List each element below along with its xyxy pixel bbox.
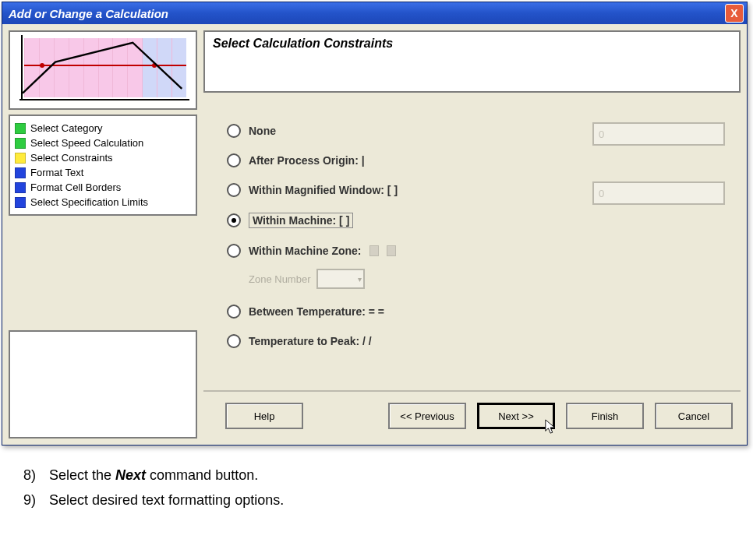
step-label: Format Cell Borders	[30, 181, 121, 193]
left-column: Select Category Select Speed Calculation…	[9, 30, 197, 438]
constraints-panel: None After Process Origin: | Within Magn…	[203, 97, 741, 386]
zone-box-icon	[387, 245, 396, 256]
window-title: Add or Change a Calculation	[9, 7, 168, 20]
close-button[interactable]: X	[725, 4, 744, 23]
preview-chart	[9, 30, 197, 110]
svg-marker-0	[546, 420, 555, 433]
field2-input[interactable]: 0	[592, 181, 725, 205]
previous-button[interactable]: << Previous	[388, 403, 466, 429]
titlebar: Add or Change a Calculation X	[2, 2, 747, 24]
panel-header: Select Calculation Constraints	[203, 30, 741, 93]
step-status-icon	[15, 167, 26, 178]
button-row: Help << Previous Next >> Finish Cancel	[203, 390, 741, 438]
radio-label: Temperature to Peak: / /	[249, 335, 372, 347]
step-select-category[interactable]: Select Category	[15, 121, 191, 136]
step-label: Select Constraints	[30, 152, 113, 164]
finish-button[interactable]: Finish	[566, 403, 644, 429]
zone-box-icon	[369, 245, 379, 256]
field1-input[interactable]: 0	[592, 122, 725, 146]
dialog-window: Add or Change a Calculation X	[2, 2, 748, 446]
field1-label	[592, 107, 725, 119]
step-status-icon	[15, 182, 26, 193]
zone-number-combo[interactable]: ▾	[316, 269, 365, 289]
radio-label: Within Machine Zone:	[249, 245, 362, 257]
cursor-icon	[544, 418, 558, 435]
radio-icon	[227, 153, 241, 167]
radio-icon	[227, 244, 241, 258]
field2-label	[592, 166, 725, 178]
radio-icon	[227, 213, 241, 227]
step-status-icon	[15, 197, 26, 208]
radio-icon	[227, 124, 241, 138]
radio-label: Within Magnified Window: [ ]	[249, 184, 398, 196]
step-label: Select Speed Calculation	[30, 137, 143, 149]
description-box	[9, 330, 197, 438]
radio-between-temperature[interactable]: Between Temperature: = =	[227, 297, 728, 326]
cancel-button[interactable]: Cancel	[655, 403, 733, 429]
instruction-9: 9) Select desired text formatting option…	[23, 488, 737, 512]
close-icon: X	[730, 7, 737, 19]
chart-line-icon	[23, 38, 186, 97]
parameter-fields: 0 0	[592, 107, 725, 225]
instruction-text: 8) Select the Next command button. 9) Se…	[0, 447, 753, 521]
radio-icon	[227, 305, 241, 319]
zone-number-row: Zone Number ▾	[249, 266, 728, 297]
radio-label: None	[249, 125, 276, 137]
radio-icon	[227, 334, 241, 348]
step-select-specification-limits[interactable]: Select Specification Limits	[15, 195, 191, 210]
zone-number-label: Zone Number	[249, 273, 310, 285]
step-label: Select Specification Limits	[30, 196, 148, 208]
step-select-constraints[interactable]: Select Constraints	[15, 150, 191, 165]
window-body: Select Category Select Speed Calculation…	[2, 24, 747, 445]
help-button[interactable]: Help	[225, 403, 303, 429]
step-status-icon	[15, 138, 26, 149]
step-status-icon	[15, 153, 26, 164]
step-format-text[interactable]: Format Text	[15, 165, 191, 180]
step-label: Format Text	[30, 167, 83, 178]
step-label: Select Category	[30, 122, 103, 134]
right-column: Select Calculation Constraints None Afte…	[203, 30, 741, 438]
radio-icon	[227, 183, 241, 197]
radio-label: Within Machine: [ ]	[249, 213, 353, 228]
wizard-steps: Select Category Select Speed Calculation…	[9, 114, 197, 216]
radio-within-machine-zone[interactable]: Within Machine Zone:	[227, 236, 728, 266]
step-select-speed-calculation[interactable]: Select Speed Calculation	[15, 136, 191, 150]
step-status-icon	[15, 123, 26, 134]
next-button[interactable]: Next >>	[477, 403, 555, 429]
radio-label: After Process Origin: |	[249, 154, 365, 167]
radio-label: Between Temperature: = =	[249, 305, 384, 318]
radio-temperature-to-peak[interactable]: Temperature to Peak: / /	[227, 326, 728, 356]
panel-title: Select Calculation Constraints	[213, 37, 731, 51]
step-format-cell-borders[interactable]: Format Cell Borders	[15, 180, 191, 195]
chevron-down-icon: ▾	[358, 275, 362, 284]
instruction-8: 8) Select the Next command button.	[23, 463, 737, 488]
